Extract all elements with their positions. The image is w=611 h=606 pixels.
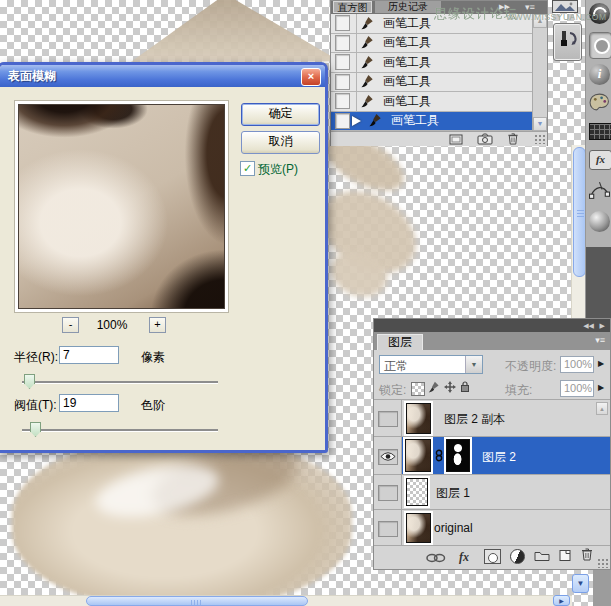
close-icon[interactable]: × — [301, 68, 321, 86]
visibility-toggle[interactable] — [378, 485, 398, 501]
threshold-slider-track[interactable] — [22, 429, 218, 431]
layer-name[interactable]: 图层 2 副本 — [444, 411, 505, 428]
fill-label: 填充: — [505, 382, 532, 399]
zoom-out-button[interactable]: - — [62, 317, 79, 333]
expand-arrow-icon[interactable]: ▶ — [600, 319, 605, 332]
history-dock-button[interactable] — [553, 23, 582, 61]
surface-blur-dialog: 表面模糊 × - 100% + 半径(R): 像素 阀值(T): 色阶 确定 取… — [0, 62, 328, 453]
history-source-checkbox[interactable] — [335, 113, 350, 129]
layer-name[interactable]: original — [434, 521, 473, 535]
horizontal-scrollbar-thumb[interactable] — [86, 596, 308, 606]
radius-unit: 像素 — [141, 349, 165, 366]
scroll-right-button[interactable]: ▶ — [553, 595, 570, 606]
preview-checkbox[interactable]: ✓ — [240, 161, 255, 176]
panel-resize-grip[interactable] — [534, 134, 546, 144]
link-layers-icon[interactable] — [426, 553, 446, 563]
history-source-checkbox[interactable] — [335, 35, 350, 51]
tab-layers[interactable]: 图层 — [377, 334, 423, 350]
threshold-unit: 色阶 — [141, 397, 165, 414]
history-state-row[interactable]: 画笔工具 — [331, 92, 532, 112]
panel-resize-grip[interactable] — [597, 558, 609, 568]
history-state-row-selected[interactable]: 画笔工具 — [331, 112, 532, 132]
layers-panel-titlebar[interactable]: ◀◀ ▶ — [374, 319, 610, 332]
cancel-button[interactable]: 取消 — [241, 131, 320, 154]
threshold-slider-thumb[interactable] — [30, 422, 41, 437]
blend-mode-select[interactable]: 正常 ▼ — [379, 355, 483, 374]
history-state-label: 画笔工具 — [383, 54, 431, 71]
panel-menu-icon[interactable]: ▾≡ — [525, 2, 535, 12]
lock-move-icon[interactable] — [444, 381, 456, 393]
layer-name[interactable]: 图层 2 — [482, 449, 516, 466]
radius-slider-thumb[interactable] — [24, 374, 35, 389]
mask-link-icon[interactable] — [435, 449, 443, 462]
history-source-checkbox[interactable] — [335, 74, 350, 90]
new-group-icon[interactable] — [534, 549, 550, 562]
history-source-checkbox[interactable] — [335, 15, 350, 31]
add-mask-icon[interactable] — [484, 549, 501, 564]
threshold-label: 阀值(T): — [14, 397, 57, 414]
lock-all-icon[interactable] — [460, 380, 470, 393]
ok-button[interactable]: 确定 — [241, 103, 320, 126]
fx-icon[interactable]: fx — [589, 150, 611, 170]
pen-path-icon[interactable] — [589, 179, 610, 202]
chevron-down-icon[interactable]: ▼ — [465, 356, 482, 373]
panel-menu-icon[interactable]: ▾≡ — [595, 335, 605, 345]
history-scroll-down[interactable]: ▼ — [533, 117, 547, 131]
trash-icon[interactable] — [507, 132, 519, 145]
history-source-checkbox[interactable] — [335, 93, 350, 109]
history-state-row[interactable]: 画笔工具 — [331, 53, 532, 73]
new-document-from-state-icon[interactable] — [449, 134, 463, 145]
fill-spinner-icon[interactable]: ▶ — [598, 383, 604, 392]
scroll-down-button[interactable]: ▼ — [572, 574, 589, 593]
sphere-icon[interactable] — [589, 211, 610, 232]
layer-row[interactable]: original — [374, 510, 610, 546]
visibility-toggle[interactable] — [378, 521, 398, 537]
visibility-column — [374, 510, 402, 545]
layer-thumbnail[interactable] — [406, 513, 431, 543]
brush-tool-icon — [368, 113, 385, 128]
opacity-value[interactable]: 100% — [560, 356, 594, 373]
layer-row-selected[interactable]: 图层 2 — [374, 437, 610, 475]
layer-thumbnail[interactable] — [405, 439, 431, 472]
history-state-row[interactable]: 画笔工具 — [331, 34, 532, 54]
history-source-checkbox[interactable] — [335, 54, 350, 70]
opacity-spinner-icon[interactable]: ▶ — [598, 359, 604, 368]
new-layer-icon[interactable] — [558, 548, 572, 562]
trash-icon[interactable] — [581, 547, 593, 561]
visibility-toggle[interactable] — [378, 449, 398, 465]
lock-paint-icon[interactable] — [428, 381, 441, 394]
new-snapshot-icon[interactable] — [477, 133, 493, 145]
history-scrollbar[interactable]: ▲ ▼ — [532, 14, 547, 131]
layer-row[interactable]: 图层 1 — [374, 475, 610, 510]
zoom-in-button[interactable]: + — [149, 317, 166, 333]
horizontal-scrollbar[interactable] — [0, 595, 572, 606]
layers-scroll-up[interactable]: ▲ — [596, 402, 608, 415]
visibility-column — [374, 437, 402, 474]
radius-slider-track[interactable] — [22, 381, 218, 383]
visibility-toggle[interactable] — [378, 411, 398, 427]
visibility-column — [374, 400, 402, 436]
layer-style-fx-icon[interactable]: fx — [459, 550, 469, 565]
adjustment-layer-icon[interactable] — [510, 549, 525, 564]
layer-mask-thumbnail[interactable] — [446, 439, 470, 472]
mask-circle-icon[interactable] — [589, 32, 611, 59]
dialog-titlebar[interactable]: 表面模糊 × — [0, 65, 325, 87]
layer-thumbnail[interactable] — [406, 403, 431, 434]
filter-preview-image[interactable] — [18, 104, 225, 309]
collapse-arrows-icon[interactable]: ◀◀ — [583, 319, 594, 332]
info-icon[interactable]: i — [589, 64, 610, 85]
lock-transparency-icon[interactable] — [411, 382, 425, 396]
threshold-input[interactable] — [59, 394, 119, 412]
tab-histogram[interactable]: 直方图 — [333, 1, 372, 13]
zoom-level: 100% — [88, 318, 136, 332]
layer-name[interactable]: 图层 1 — [436, 485, 470, 502]
swatches-icon[interactable] — [589, 123, 611, 140]
palette-icon[interactable] — [589, 93, 610, 113]
layer-row[interactable]: 图层 2 副本 — [374, 400, 610, 437]
fill-value[interactable]: 100% — [560, 380, 594, 397]
radius-input[interactable] — [59, 346, 119, 364]
layer-thumbnail[interactable] — [406, 478, 428, 506]
history-state-label: 画笔工具 — [383, 73, 431, 90]
history-state-row[interactable]: 画笔工具 — [331, 73, 532, 93]
tab-history[interactable]: 历史记录 — [375, 1, 441, 13]
